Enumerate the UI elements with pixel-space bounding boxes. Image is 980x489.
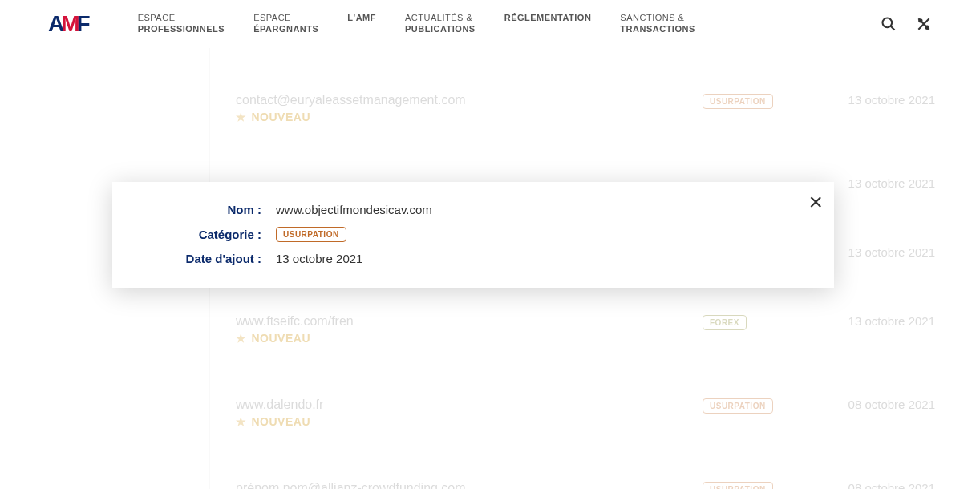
nav-sanctions-transactions[interactable]: SANCTIONS & TRANSACTIONS: [620, 13, 695, 35]
logo-letter-m: M: [61, 11, 79, 37]
modal-value-nom: www.objectifmondesicav.com: [276, 203, 432, 216]
search-icon[interactable]: [881, 16, 897, 32]
modal-label-date: Date d'ajout :: [132, 252, 276, 265]
svg-line-1: [891, 26, 895, 30]
modal-label-nom: Nom :: [132, 203, 276, 216]
nav-reglementation[interactable]: RÉGLEMENTATION: [504, 13, 592, 35]
logo[interactable]: A M F: [48, 11, 90, 37]
detail-modal: × Nom : www.objectifmondesicav.com Catég…: [112, 182, 834, 288]
main-nav: ESPACE PROFESSIONNELS ESPACE ÉPARGNANTS …: [138, 13, 881, 35]
svg-point-4: [919, 19, 921, 22]
nav-espace-professionnels[interactable]: ESPACE PROFESSIONNELS: [138, 13, 225, 35]
nav-lamf[interactable]: L'AMF: [347, 13, 376, 35]
header-actions: [881, 16, 932, 32]
svg-point-0: [883, 18, 893, 28]
tools-icon[interactable]: [916, 16, 932, 32]
modal-category-badge: USURPATION: [276, 227, 346, 242]
close-icon[interactable]: ×: [808, 190, 823, 214]
nav-actualites-publications[interactable]: ACTUALITÉS & PUBLICATIONS: [405, 13, 476, 35]
svg-point-5: [926, 26, 929, 29]
modal-label-categorie: Catégorie :: [132, 228, 276, 241]
nav-espace-epargnants[interactable]: ESPACE ÉPARGNANTS: [253, 13, 318, 35]
app-header: A M F ESPACE PROFESSIONNELS ESPACE ÉPARG…: [0, 0, 980, 48]
modal-value-date: 13 octobre 2021: [276, 252, 362, 265]
